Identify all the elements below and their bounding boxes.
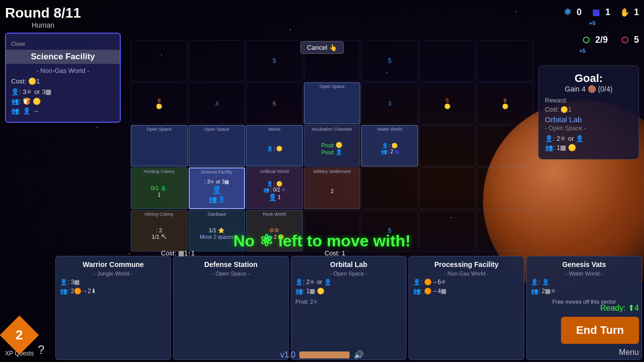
map-cell-hunting-colony[interactable]: Hunting Colony 0/1 🌲 1 xyxy=(131,167,188,209)
sci-panel-close[interactable]: Close xyxy=(11,41,25,47)
card-defense-station-title: Defense Station xyxy=(178,260,284,268)
card-orbital-lab[interactable]: Orbital Lab - Open Space - 👤: 2⚛ or 👤 👥:… xyxy=(291,256,407,360)
card-processing-facility-sub: - Non-Gas World - xyxy=(413,270,520,277)
end-turn-button[interactable]: End Turn xyxy=(561,317,639,344)
dome-sub: +5 xyxy=(579,48,586,54)
xp-area: 2 XP Quests xyxy=(5,321,34,357)
map-cell-open-space-left[interactable]: Open Space xyxy=(131,125,188,166)
goal-cost: Cost: 🟡1 xyxy=(545,106,632,113)
goal-card-title: Orbital Lab xyxy=(545,115,632,124)
card-genesis-vats-row2: 👥: 2▦⚛ xyxy=(531,288,637,295)
map-cell-water-world[interactable]: Water World 👤: 🟡 👥: 2▦ xyxy=(361,125,418,166)
card-orbital-lab-row2: 👥: 1▦ 🟡 xyxy=(295,288,402,295)
round-player: Human xyxy=(5,21,81,29)
card-genesis-vats-sub: - Water World - xyxy=(531,270,637,277)
sci-facility-sub: - Non-Gas World - xyxy=(11,67,115,74)
map-cell-r4c5 xyxy=(419,210,476,251)
map-cell-r1c6: 8🟡 xyxy=(476,82,533,124)
xp-value: 2 xyxy=(16,327,23,343)
alert-cost1: Cost: ▦1↑1 xyxy=(161,249,195,257)
map-cell-military-settlement[interactable]: Military Settlement 2 xyxy=(304,167,361,209)
map-cell-r1c4: 3 xyxy=(361,82,418,124)
map-cell-r1c2: 5 xyxy=(246,82,303,124)
goal-title: Goal: xyxy=(545,72,632,85)
card-genesis-vats-row1: 👤: 👤 xyxy=(531,279,637,286)
goal-panel: Goal: Gain 4 🟤 (0/4) Reward: Cost: 🟡1 Or… xyxy=(538,65,639,159)
cancel-button[interactable]: Cancel 👆 xyxy=(300,41,344,54)
goal-row1: 👤: 2⚛ or 👤 xyxy=(545,135,632,142)
card-orbital-lab-prod: Prod: 2⚛ xyxy=(295,299,402,305)
goal-description: Gain 4 🟤 (0/4) xyxy=(545,85,632,93)
goal-row2: 👥: 1▦ 🟡 xyxy=(545,144,632,151)
card-warrior-commune[interactable]: Warrior Commune - Jungle World - 👤: 3▦ 👥… xyxy=(55,256,171,360)
card-defense-station-sub: - Open Space - xyxy=(178,270,284,277)
card-orbital-lab-title: Orbital Lab xyxy=(295,260,402,268)
version-label: v1.0 xyxy=(280,350,295,359)
map-cell-r1c0: 8🟡 xyxy=(131,82,188,124)
map-cell-r1c1: 3 xyxy=(189,82,246,124)
map-cell-minos[interactable]: Minos 👤: 🟡 xyxy=(246,125,303,166)
card-genesis-vats-title: Genesis Vats xyxy=(531,260,637,268)
map-grid: 5 5 8🟡 3 5 Open Space 3 5🟡 8🟡 Open Space… xyxy=(131,40,533,251)
round-label: Round 8/11 xyxy=(5,5,81,21)
resource-bar-secondary: ⬡ 2/9 +5 ⬡ 5 xyxy=(579,33,639,47)
resource-atoms: ⚛ 0 xyxy=(560,5,582,19)
card-warrior-commune-row2: 👥: 2🟠→2⬇ xyxy=(60,288,167,295)
xp-badge: 2 xyxy=(0,316,39,355)
blue-res-sub: +5 xyxy=(589,20,596,26)
atom-icon: ⚛ xyxy=(560,5,575,19)
sci-facility-cost: Cost: 🟡1 xyxy=(11,77,115,85)
bottom-cards-area: Warrior Commune - Jungle World - 👤: 3▦ 👥… xyxy=(0,254,644,362)
dome-value: 2/9 xyxy=(595,35,608,45)
card-processing-facility[interactable]: Processing Facility - Non-Gas World - 👤:… xyxy=(409,256,524,360)
resource-dome: ⬡ 2/9 +5 xyxy=(579,33,608,47)
version-bar: v1.0 🔊 xyxy=(280,350,364,359)
map-cell-artificial-world[interactable]: Artificial World 👤: 🟡 👥: 0/2⚛ 👤 1 xyxy=(246,167,303,209)
sound-icon[interactable]: 🔊 xyxy=(354,350,364,359)
map-cell-r0c2: 5 xyxy=(246,40,303,81)
resource-blue: ▦ 1 +5 xyxy=(589,5,610,19)
hand-icon: ✋ xyxy=(618,5,632,19)
map-cell-r2c6 xyxy=(476,125,533,166)
sci-facility-title: Science Facility xyxy=(6,50,120,64)
map-cell-science-facility[interactable]: Science Facility : 3⚛ or 3▦ 👤 👥 👤 xyxy=(189,167,246,209)
science-facility-panel: Close Science Facility - Non-Gas World -… xyxy=(5,33,121,123)
menu-button[interactable]: Menu xyxy=(619,348,639,357)
alert-cost2: Cost: 1 xyxy=(325,249,345,257)
card-processing-facility-row2: 👥: 🟠→4▦ xyxy=(413,288,520,295)
bottom-right-controls: Ready: ⬆4 End Turn Menu xyxy=(561,303,639,357)
card-warrior-commune-row1: 👤: 3▦ xyxy=(60,279,167,286)
map-cell-r4c6 xyxy=(476,210,533,251)
sci-facility-req3: 👥: 👤 → xyxy=(11,107,115,115)
map-cell-r3c4 xyxy=(361,167,418,209)
map-cell-incubation[interactable]: Incubation Chamber Prod: 🟡 Prod: 👤 xyxy=(304,125,361,166)
round-info: Round 8/11 Human xyxy=(5,5,81,29)
card-orbital-lab-sub: - Open Space - xyxy=(295,270,402,277)
card-warrior-commune-title: Warrior Commune xyxy=(60,260,167,268)
alert-message: No ⚛ left to move with! xyxy=(233,231,411,250)
map-cell-r2c5 xyxy=(419,125,476,166)
ready-text: Ready: ⬆4 xyxy=(600,303,639,313)
dome-icon: ⬡ xyxy=(579,33,593,47)
alert-text: No ⚛ left to move with! xyxy=(233,232,411,250)
map-cell-r1c5: 5🟡 xyxy=(419,82,476,124)
resource-bar-top: ⚛ 0 ▦ 1 +5 ✋ 1 xyxy=(560,5,639,19)
card-warrior-commune-sub: - Jungle World - xyxy=(60,270,167,277)
version-progress-bar xyxy=(299,351,350,358)
map-cell-r0c4: 5 xyxy=(361,40,418,81)
map-cell-r0c5 xyxy=(419,40,476,81)
goal-reward: Reward: xyxy=(545,97,632,104)
shield-icon: ⬡ xyxy=(618,33,632,47)
map-cell-r3c5 xyxy=(419,167,476,209)
map-cell-open-space-left2[interactable]: Open Space xyxy=(189,125,246,166)
card-defense-station[interactable]: Defense Station - Open Space - xyxy=(173,256,289,360)
resource-hands: ✋ 1 xyxy=(618,5,639,19)
goal-card-sub: - Open Space - xyxy=(545,125,632,132)
resource-shield: ⬡ 5 xyxy=(618,33,639,47)
blue-res-icon: ▦ xyxy=(589,5,603,19)
map-cell-mining-colony[interactable]: Mining Colony : 2 1/1 ⛏ xyxy=(131,210,188,251)
hand-value: 1 xyxy=(634,7,639,18)
map-cell-r0c6 xyxy=(476,40,533,81)
map-cell-r0c0 xyxy=(131,40,188,81)
map-cell-open-space-top[interactable]: Open Space xyxy=(304,82,361,124)
